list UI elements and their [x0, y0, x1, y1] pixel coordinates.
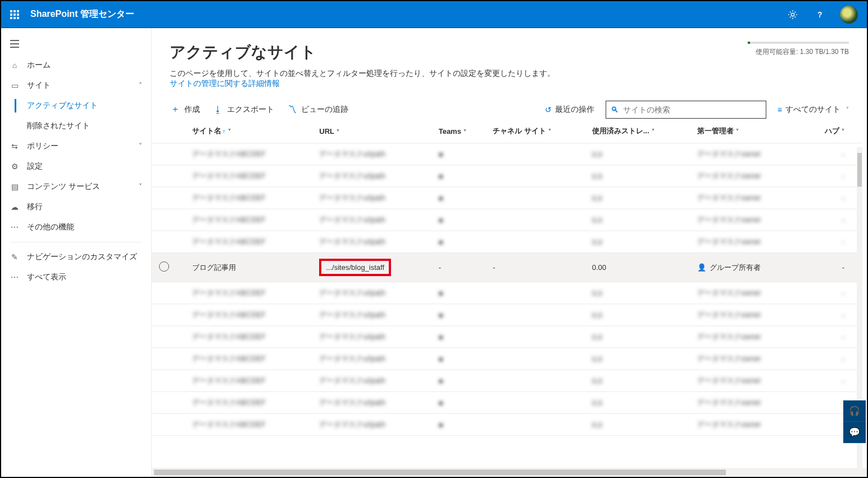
- table-row[interactable]: データマスクABCDEFデータマスクurlpath■ 0.0データマスクowne…: [152, 326, 862, 348]
- app-launcher-icon[interactable]: [6, 6, 24, 24]
- table-row[interactable]: データマスクABCDEFデータマスクurlpath■ 0.0データマスクowne…: [152, 348, 862, 370]
- nav-content-services[interactable]: ▤コンテンツ サービス˅: [1, 177, 151, 197]
- content-area: アクティブなサイト このページを使用して、サイトの並べ替えとフィルター処理を行っ…: [152, 28, 867, 477]
- cell-channel: -: [488, 253, 588, 282]
- nav-policies[interactable]: ⇆ポリシー˅: [1, 136, 151, 156]
- recent-operations[interactable]: ↺最近の操作: [545, 105, 594, 115]
- nav-show-all[interactable]: ⋯すべて表示: [1, 267, 151, 287]
- feedback-buttons: 🎧 💬: [843, 400, 866, 443]
- chevron-up-icon: ˄: [139, 82, 142, 89]
- nav-customize[interactable]: ✎ナビゲーションのカスタマイズ: [1, 247, 151, 267]
- col-admin[interactable]: 第一管理者˅: [693, 119, 800, 143]
- brand-title[interactable]: SharePoint 管理センター: [30, 8, 134, 20]
- sites-table: サイト名↑˅ URL˅ Teams˅ チャネル サイト˅ 使用済みストレ...˅…: [152, 119, 862, 436]
- nav-label: アクティブなサイト: [27, 101, 98, 111]
- nav-label: 削除されたサイト: [27, 121, 90, 131]
- page-title: アクティブなサイト: [170, 42, 555, 63]
- export-button[interactable]: ⭳エクスポート: [212, 101, 275, 118]
- cell-hub: -: [800, 253, 862, 282]
- nav-label: すべて表示: [27, 272, 66, 282]
- help-icon[interactable]: ?: [808, 1, 831, 28]
- svg-rect-6: [10, 17, 12, 19]
- cell-admin: 👤グループ所有者: [693, 253, 800, 282]
- user-avatar[interactable]: [840, 6, 858, 24]
- svg-point-9: [791, 13, 794, 16]
- table-row[interactable]: データマスクABCDEFデータマスクurlpath■ 0.0データマスクowne…: [152, 231, 862, 253]
- nav-migration[interactable]: ☁移行: [1, 197, 151, 217]
- row-select-circle[interactable]: [159, 261, 169, 272]
- nav-settings[interactable]: ⚙設定: [1, 156, 151, 177]
- col-hub[interactable]: ハブ˅: [800, 119, 862, 143]
- svg-rect-8: [17, 17, 19, 19]
- svg-rect-1: [13, 10, 16, 12]
- cell-site-name[interactable]: ブログ記事用: [192, 263, 236, 272]
- col-url[interactable]: URL˅: [315, 119, 434, 143]
- col-channel[interactable]: チャネル サイト˅: [488, 119, 588, 143]
- storage-bar: [748, 42, 849, 44]
- nav-label: コンテンツ サービス: [27, 182, 100, 192]
- col-name[interactable]: サイト名↑˅: [176, 119, 315, 143]
- nav-label: 設定: [27, 161, 43, 172]
- table-row[interactable]: データマスクABCDEFデータマスクurlpath■ 0.0データマスクowne…: [152, 209, 862, 231]
- table-row[interactable]: データマスクABCDEFデータマスクurlpath■ 0.0データマスクowne…: [152, 143, 862, 165]
- nav-label: サイト: [27, 80, 51, 91]
- table-row-highlighted[interactable]: ブログ記事用.../sites/blog_istaff--0.00👤グループ所有…: [152, 253, 862, 282]
- policies-icon: ⇆: [10, 142, 19, 151]
- sites-table-wrap: サイト名↑˅ URL˅ Teams˅ チャネル サイト˅ 使用済みストレ...˅…: [152, 119, 862, 468]
- list-icon: ≡: [778, 105, 782, 114]
- hamburger-icon[interactable]: [1, 33, 28, 55]
- sites-icon: ▭: [10, 81, 19, 90]
- sidebar: ⌂ホーム ▭サイト˄ アクティブなサイト 削除されたサイト ⇆ポリシー˅ ⚙設定…: [1, 28, 152, 477]
- svg-rect-7: [13, 17, 16, 19]
- nav-deleted-sites[interactable]: 削除されたサイト: [1, 116, 151, 136]
- ellipsis-icon: ⋯: [10, 273, 19, 282]
- nav-home[interactable]: ⌂ホーム: [1, 55, 151, 75]
- nav-label: ナビゲーションのカスタマイズ: [27, 252, 137, 262]
- nav-label: その他の機能: [27, 222, 74, 232]
- table-row[interactable]: データマスクABCDEFデータマスクurlpath■ 0.0データマスクowne…: [152, 282, 862, 304]
- cell-storage: 0.00: [588, 253, 693, 282]
- cell-url-highlighted[interactable]: .../sites/blog_istaff: [319, 259, 391, 276]
- cell-teams: -: [434, 253, 488, 282]
- table-row[interactable]: データマスクABCDEFデータマスクurlpath■ 0.0データマスクowne…: [152, 187, 862, 209]
- migration-icon: ☁: [10, 202, 19, 211]
- nav-active-sites[interactable]: アクティブなサイト: [1, 96, 151, 116]
- create-button[interactable]: ＋作成: [170, 100, 201, 119]
- table-row[interactable]: データマスクABCDEFデータマスクurlpath■ 0.0データマスクowne…: [152, 165, 862, 187]
- site-search[interactable]: 🔍︎: [606, 101, 766, 119]
- edit-icon: ✎: [10, 252, 19, 261]
- home-icon: ⌂: [10, 61, 19, 70]
- nav-separator: [10, 242, 142, 242]
- table-row[interactable]: データマスクABCDEFデータマスクurlpath■ 0.0データマスクowne…: [152, 304, 862, 326]
- svg-rect-0: [10, 10, 12, 12]
- horizontal-scrollbar[interactable]: [152, 468, 867, 477]
- svg-rect-4: [13, 13, 16, 16]
- svg-rect-5: [17, 13, 19, 16]
- col-select[interactable]: [152, 119, 176, 143]
- settings-gear-icon[interactable]: [781, 1, 804, 28]
- content-icon: ▤: [10, 182, 19, 191]
- storage-info: 使用可能容量: 1.30 TB/1.30 TB: [737, 42, 849, 57]
- more-icon: ⋯: [10, 223, 19, 232]
- nav-other-features[interactable]: ⋯その他の機能: [1, 217, 151, 237]
- gear-icon: ⚙: [10, 162, 19, 171]
- storage-label: 使用可能容量: 1.30 TB/1.30 TB: [756, 48, 849, 56]
- track-view-button[interactable]: 〽ビューの追跡: [287, 101, 349, 118]
- chevron-down-icon: ˅: [139, 183, 142, 191]
- plus-icon: ＋: [171, 103, 180, 115]
- col-storage[interactable]: 使用済みストレ...˅: [588, 119, 693, 143]
- nav-label: ポリシー: [27, 141, 58, 151]
- search-input[interactable]: [623, 105, 761, 114]
- learn-more-link[interactable]: サイトの管理に関する詳細情報: [170, 79, 280, 88]
- table-row[interactable]: データマスクABCDEFデータマスクurlpath■ 0.0データマスクowne…: [152, 414, 862, 436]
- table-row[interactable]: データマスクABCDEFデータマスクurlpath■ 0.0データマスクowne…: [152, 392, 862, 414]
- feedback-chat-icon[interactable]: 💬: [843, 422, 866, 443]
- col-teams[interactable]: Teams˅: [434, 119, 488, 143]
- nav-sites[interactable]: ▭サイト˄: [1, 75, 151, 96]
- person-icon: 👤: [697, 263, 706, 272]
- feedback-headset-icon[interactable]: 🎧: [843, 400, 866, 422]
- top-header: SharePoint 管理センター ?: [1, 1, 867, 28]
- view-selector[interactable]: ≡すべてのサイト˅: [778, 105, 849, 115]
- nav-label: 移行: [27, 202, 43, 212]
- table-row[interactable]: データマスクABCDEFデータマスクurlpath■ 0.0データマスクowne…: [152, 370, 862, 392]
